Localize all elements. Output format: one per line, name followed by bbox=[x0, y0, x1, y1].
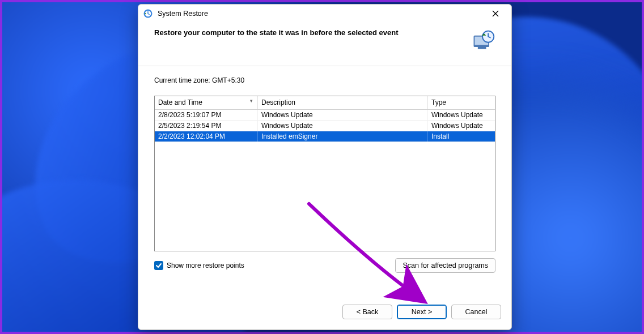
svg-rect-5 bbox=[478, 47, 486, 49]
table-row[interactable]: 2/5/2023 2:19:54 PMWindows UpdateWindows… bbox=[155, 121, 495, 131]
cell-date: 2/2/2023 12:02:04 PM bbox=[155, 131, 258, 142]
cell-desc: Windows Update bbox=[258, 121, 428, 131]
dialog-body: Current time zone: GMT+5:30 Date and Tim… bbox=[138, 66, 511, 297]
column-header-date[interactable]: Date and Time ▾ bbox=[155, 96, 258, 109]
system-restore-dialog: System Restore Restore your computer to … bbox=[138, 4, 512, 330]
system-restore-icon bbox=[143, 8, 153, 19]
cell-type: Install bbox=[428, 131, 495, 142]
page-heading: Restore your computer to the state it wa… bbox=[154, 28, 399, 37]
cell-type: Windows Update bbox=[428, 110, 495, 120]
checkbox-label: Show more restore points bbox=[167, 262, 244, 269]
back-button[interactable]: < Back bbox=[342, 305, 392, 319]
cell-desc: Windows Update bbox=[258, 110, 428, 120]
cell-desc: Installed emSigner bbox=[258, 131, 428, 142]
close-icon bbox=[492, 10, 499, 17]
dialog-footer: < Back Next > Cancel bbox=[138, 297, 511, 329]
show-more-restore-points-checkbox[interactable]: Show more restore points bbox=[154, 261, 244, 270]
cell-date: 2/8/2023 5:19:07 PM bbox=[155, 110, 258, 120]
column-header-label: Date and Time bbox=[158, 99, 202, 106]
cell-date: 2/5/2023 2:19:54 PM bbox=[155, 121, 258, 131]
cell-type: Windows Update bbox=[428, 121, 495, 131]
timezone-label: Current time zone: GMT+5:30 bbox=[154, 76, 495, 84]
window-title: System Restore bbox=[158, 10, 208, 18]
table-row[interactable]: 2/2/2023 12:02:04 PMInstalled emSignerIn… bbox=[155, 131, 495, 142]
table-row[interactable]: 2/8/2023 5:19:07 PMWindows UpdateWindows… bbox=[155, 110, 495, 121]
cancel-button[interactable]: Cancel bbox=[451, 305, 501, 319]
restore-points-list[interactable]: Date and Time ▾ Description Type 2/8/202… bbox=[154, 96, 495, 251]
titlebar: System Restore bbox=[138, 5, 511, 23]
scan-affected-programs-button[interactable]: Scan for affected programs bbox=[395, 258, 495, 273]
sort-indicator-icon: ▾ bbox=[250, 98, 253, 104]
checkmark-icon bbox=[155, 262, 162, 269]
restore-hero-icon bbox=[471, 28, 495, 53]
next-button[interactable]: Next > bbox=[397, 305, 447, 319]
checkbox-box bbox=[154, 261, 163, 270]
page-header: Restore your computer to the state it wa… bbox=[138, 23, 511, 66]
column-header-type[interactable]: Type bbox=[428, 96, 495, 109]
list-header: Date and Time ▾ Description Type bbox=[155, 96, 495, 110]
column-header-description[interactable]: Description bbox=[258, 96, 428, 109]
close-button[interactable] bbox=[484, 6, 507, 22]
